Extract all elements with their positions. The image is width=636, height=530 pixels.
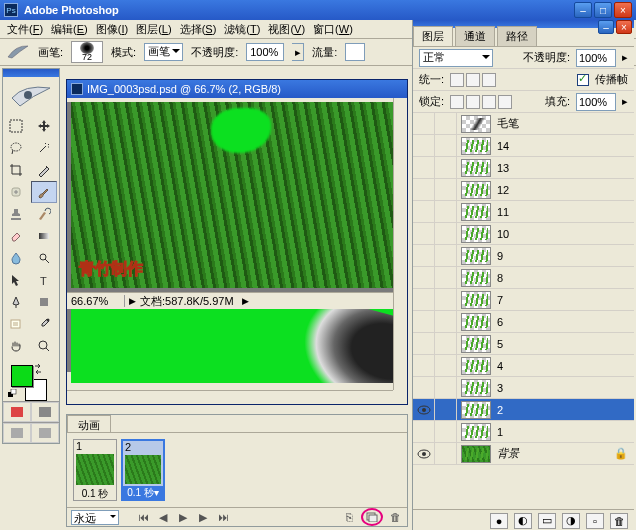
opacity-arrow-icon[interactable]: ▸ xyxy=(622,51,628,64)
layer-name[interactable]: 1 xyxy=(495,426,634,438)
link-cell[interactable] xyxy=(435,421,457,442)
scrollbar-v[interactable] xyxy=(393,98,407,390)
animation-tab[interactable]: 动画 xyxy=(67,415,111,432)
visibility-toggle[interactable] xyxy=(413,223,435,244)
lock-transparent-icon[interactable] xyxy=(450,95,464,109)
history-brush-tool[interactable] xyxy=(31,203,57,225)
notes-tool[interactable] xyxy=(3,313,29,335)
canvas-main[interactable]: 青竹制作 xyxy=(71,102,403,288)
visibility-toggle[interactable] xyxy=(413,267,435,288)
last-frame-button[interactable]: ⏭ xyxy=(215,510,231,525)
propagate-frame-checkbox[interactable] xyxy=(577,74,589,86)
visibility-toggle[interactable] xyxy=(413,443,435,464)
layer-row[interactable]: 6 xyxy=(413,311,634,333)
layer-name[interactable]: 9 xyxy=(495,250,634,262)
lock-all-icon[interactable] xyxy=(498,95,512,109)
tab-paths[interactable]: 路径 xyxy=(497,26,537,46)
layer-name[interactable]: 毛笔 xyxy=(495,116,634,131)
marquee-tool[interactable] xyxy=(3,115,29,137)
slice-tool[interactable] xyxy=(31,159,57,181)
quickmask-mode-button[interactable] xyxy=(31,402,59,422)
link-cell[interactable] xyxy=(435,135,457,156)
layer-name[interactable]: 3 xyxy=(495,382,634,394)
wand-tool[interactable] xyxy=(31,137,57,159)
zoom-field[interactable]: 66.67% xyxy=(67,295,125,307)
unify-style-icon[interactable] xyxy=(482,73,496,87)
tab-layers[interactable]: 图层 xyxy=(413,26,453,46)
link-cell[interactable] xyxy=(435,245,457,266)
unify-visibility-icon[interactable] xyxy=(466,73,480,87)
new-frame-button[interactable] xyxy=(361,508,383,526)
flow-input[interactable] xyxy=(345,43,365,61)
maximize-button[interactable]: □ xyxy=(594,2,612,18)
next-frame-button[interactable]: ▶ xyxy=(195,510,211,525)
opacity-input[interactable]: 100% xyxy=(246,43,284,61)
hand-tool[interactable] xyxy=(3,335,29,357)
layer-name[interactable]: 背景 xyxy=(495,446,614,461)
layer-row[interactable]: 7 xyxy=(413,289,634,311)
layer-row[interactable]: 9 xyxy=(413,245,634,267)
default-colors-icon[interactable] xyxy=(8,389,18,399)
layer-name[interactable]: 6 xyxy=(495,316,634,328)
new-adjustment-button[interactable]: ◑ xyxy=(562,513,580,529)
layer-opacity-input[interactable]: 100% xyxy=(576,49,616,67)
gradient-tool[interactable] xyxy=(31,225,57,247)
layer-row[interactable]: 8 xyxy=(413,267,634,289)
layer-name[interactable]: 4 xyxy=(495,360,634,372)
visibility-toggle[interactable] xyxy=(413,179,435,200)
first-frame-button[interactable]: ⏮ xyxy=(135,510,151,525)
scrollbar-h[interactable] xyxy=(67,390,393,404)
brush-preset-picker[interactable]: 72 xyxy=(71,41,103,63)
link-cell[interactable] xyxy=(435,223,457,244)
pen-tool[interactable] xyxy=(3,291,29,313)
lasso-tool[interactable] xyxy=(3,137,29,159)
prev-frame-button[interactable]: ◀ xyxy=(155,510,171,525)
lock-move-icon[interactable] xyxy=(482,95,496,109)
layer-name[interactable]: 12 xyxy=(495,184,634,196)
play-button[interactable]: ▶ xyxy=(175,510,191,525)
visibility-toggle[interactable] xyxy=(413,157,435,178)
layer-mask-button[interactable]: ◐ xyxy=(514,513,532,529)
animation-frame[interactable]: 20.1 秒▾ xyxy=(121,439,165,501)
shape-tool[interactable] xyxy=(31,291,57,313)
minimize-button[interactable]: – xyxy=(574,2,592,18)
layer-row[interactable]: 毛笔 xyxy=(413,113,634,135)
move-tool[interactable] xyxy=(31,115,57,137)
standard-mode-button[interactable] xyxy=(3,402,31,422)
visibility-toggle[interactable] xyxy=(413,245,435,266)
layer-name[interactable]: 8 xyxy=(495,272,634,284)
panel-minimize-button[interactable]: – xyxy=(598,20,614,34)
heal-tool[interactable] xyxy=(3,181,29,203)
tool-preset-icon[interactable] xyxy=(6,43,30,61)
animation-frame[interactable]: 10.1 秒 xyxy=(73,439,117,501)
screen-mode-2[interactable] xyxy=(31,423,59,443)
visibility-toggle[interactable] xyxy=(413,289,435,310)
link-cell[interactable] xyxy=(435,201,457,222)
visibility-toggle[interactable] xyxy=(413,399,435,420)
layer-name[interactable]: 10 xyxy=(495,228,634,240)
zoom-tool[interactable] xyxy=(31,335,57,357)
link-cell[interactable] xyxy=(435,443,457,464)
crop-tool[interactable] xyxy=(3,159,29,181)
blend-mode-select[interactable]: 正常 xyxy=(419,49,493,67)
link-cell[interactable] xyxy=(435,157,457,178)
visibility-toggle[interactable] xyxy=(413,113,435,134)
status-menu-icon[interactable]: ▶ xyxy=(129,296,136,306)
link-cell[interactable] xyxy=(435,377,457,398)
menu-layer[interactable]: 图层(L) xyxy=(133,21,174,38)
layer-row[interactable]: 3 xyxy=(413,377,634,399)
opacity-dropdown-icon[interactable]: ▸ xyxy=(292,43,304,61)
frame-delay[interactable]: 0.1 秒▾ xyxy=(123,486,163,499)
link-cell[interactable] xyxy=(435,179,457,200)
layer-row[interactable]: 2 xyxy=(413,399,634,421)
fill-arrow-icon[interactable]: ▸ xyxy=(622,95,628,108)
menu-window[interactable]: 窗口(W) xyxy=(310,21,356,38)
screen-mode-1[interactable] xyxy=(3,423,31,443)
link-cell[interactable] xyxy=(435,311,457,332)
swap-colors-icon[interactable] xyxy=(33,364,43,374)
visibility-toggle[interactable] xyxy=(413,377,435,398)
fg-color-swatch[interactable] xyxy=(11,365,33,387)
menu-filter[interactable]: 滤镜(T) xyxy=(221,21,263,38)
fill-input[interactable]: 100% xyxy=(576,93,616,111)
menu-file[interactable]: 文件(F) xyxy=(4,21,46,38)
